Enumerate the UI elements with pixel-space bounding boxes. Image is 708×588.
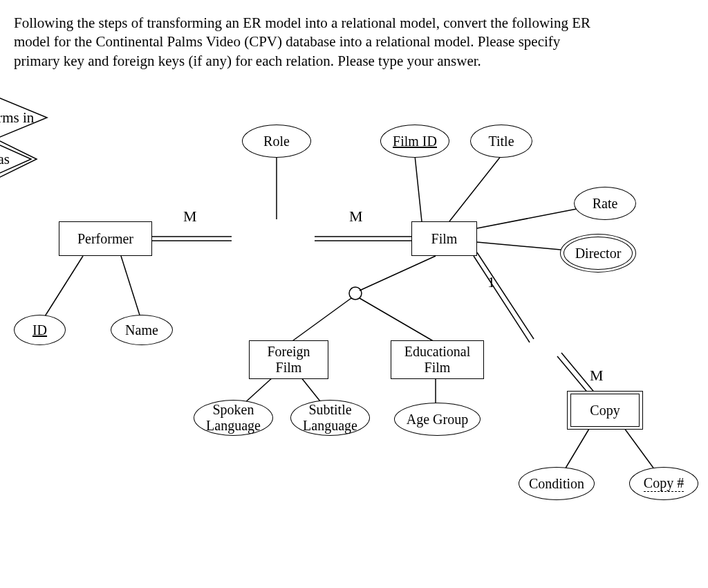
svg-line-11 <box>477 252 534 339</box>
attr-spoken-language: Spoken Language <box>194 400 273 436</box>
attr-rate: Rate <box>574 187 636 220</box>
svg-line-20 <box>360 298 436 342</box>
svg-line-5 <box>41 256 83 322</box>
svg-line-19 <box>290 298 351 342</box>
svg-point-18 <box>349 287 362 300</box>
attr-subtitle-language: Subtitle Language <box>290 400 370 436</box>
cardinality-film-m: M <box>349 208 363 226</box>
question-prompt: Following the steps of transforming an E… <box>14 14 602 71</box>
er-diagram: Role Film ID Title Rate Director Perform… <box>0 118 708 588</box>
svg-line-12 <box>474 256 530 342</box>
attr-film-id: Film ID <box>380 125 449 158</box>
attr-performer-name: Name <box>111 315 173 345</box>
attr-copy-number: Copy # <box>629 467 698 500</box>
entity-copy-weak: Copy <box>567 391 643 430</box>
entity-film: Film <box>411 221 477 256</box>
cardinality-copy-m: M <box>590 367 604 385</box>
svg-line-17 <box>360 256 436 291</box>
entity-foreign-film: Foreign Film <box>249 340 328 379</box>
attr-performer-id: ID <box>14 315 66 345</box>
attr-title: Title <box>470 125 532 158</box>
cardinality-performer-m: M <box>183 208 197 226</box>
attr-condition: Condition <box>519 467 595 500</box>
entity-performer: Performer <box>59 221 152 256</box>
svg-line-8 <box>449 156 501 221</box>
attr-age-group: Age Group <box>394 403 481 436</box>
svg-line-7 <box>415 156 422 221</box>
attr-director-multivalued: Director <box>560 234 636 273</box>
cardinality-film-1: 1 <box>487 273 495 291</box>
attr-role: Role <box>242 125 311 158</box>
entity-educational-film: Educational Film <box>391 340 484 379</box>
svg-line-6 <box>121 256 142 322</box>
